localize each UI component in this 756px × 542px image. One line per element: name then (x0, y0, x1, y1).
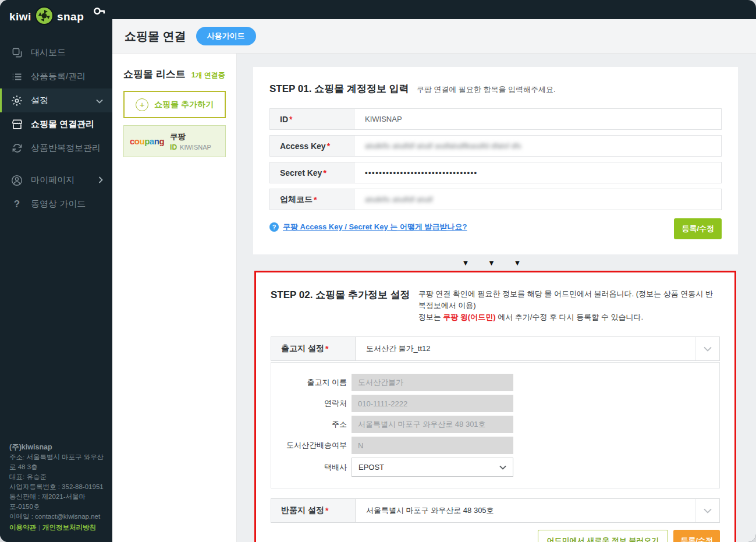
step1-card: STEP 01. 쇼핑몰 계정정보 입력 쿠팡 연결에 필요한 항목을 입력해주… (253, 67, 738, 254)
page-title: 쇼핑몰 연결 (125, 29, 186, 44)
link-separator: | (36, 524, 42, 531)
courier-value: EPOST (359, 463, 384, 472)
field-label: Secret Key* (270, 162, 354, 183)
vendor-code-input[interactable]: alsdkfls alsdfdf alsdf (354, 189, 721, 210)
connected-count-badge: 1개 연결중 (191, 70, 225, 80)
required-mark: * (325, 344, 328, 353)
address-input-disabled: 서울특별시 마포구 와우산로 48 301호 (352, 416, 513, 433)
page-header: 쇼핑몰 연결 사용가이드 (112, 19, 756, 54)
return-address-select[interactable]: 서울특별시 마포구 와우산로 48 305호 (356, 499, 719, 522)
detail-row-remote-delivery: 도서산간배송여부 N (271, 437, 719, 454)
sidebar: kiwi snap (0, 0, 112, 542)
field-row-id: ID* KIWISNAP (269, 108, 722, 130)
field-label: 업체코드* (270, 189, 354, 210)
required-mark: * (323, 168, 326, 178)
sidebar-item-mall-connection[interactable]: 쇼핑몰 연결관리 (0, 112, 112, 136)
access-key-input[interactable]: alsdkfls alsdfdf alsdf asdfalsdflkasdfd … (354, 136, 721, 156)
detail-label: 출고지 이름 (271, 377, 347, 388)
step2-desc-line2-prefix: 정보는 (418, 313, 443, 321)
terms-link[interactable]: 이용약관 (9, 524, 36, 531)
step2-submit-label: 등록/수정 (680, 536, 713, 542)
step2-desc-line1: 쿠팡 연결 확인에 필요한 정보를 해당 몰 어드민에서 불러옵니다. (정보는… (418, 289, 713, 310)
company-email: 이메일 : contact@kiwisnap.net (9, 512, 107, 522)
camera-shutter-icon (34, 6, 54, 28)
main-area: 쇼핑몰 연결 사용가이드 쇼핑몰 리스트 1개 연결중 + 쇼핑몰 추가하기 c… (112, 19, 756, 542)
dashboard-icon (10, 47, 23, 58)
step2-card-highlighted: STEP 02. 쇼핑몰 추가정보 설정 쿠팡 연결 확인에 필요한 정보를 해… (254, 271, 736, 542)
label-text: Secret Key (280, 168, 322, 178)
company-ceo: 대표: 유승준 (9, 472, 107, 482)
secret-key-input[interactable]: •••••••••••••••••••••••••••••••• (354, 162, 721, 183)
connected-mall-card-coupang[interactable]: coupang 쿠팡 IDKIWISNAP (123, 125, 226, 157)
required-mark: * (289, 115, 292, 124)
key-icon[interactable] (93, 6, 108, 16)
business-number: 사업자등록번호 : 352-88-01951 (9, 482, 107, 492)
return-address-value: 서울특별시 마포구 와우산로 48 305호 (366, 505, 494, 516)
gear-icon (10, 95, 23, 107)
chevron-down-icon (96, 95, 103, 105)
required-mark: * (314, 195, 317, 204)
refresh-icon (10, 143, 23, 154)
detail-row-contact: 연락처 010-1111-2222 (271, 395, 719, 412)
sidebar-item-products[interactable]: 상품등록/관리 (0, 65, 112, 88)
mall-id-label: ID (170, 143, 177, 151)
id-input[interactable]: KIWISNAP (354, 109, 721, 129)
detail-label: 도서산간배송여부 (271, 440, 347, 451)
sidebar-item-label: 쇼핑몰 연결관리 (31, 119, 94, 130)
return-address-row: 반품지 설정* 서울특별시 마포구 와우산로 48 305호 (271, 498, 720, 523)
privacy-link[interactable]: 개인정보처리방침 (42, 524, 96, 531)
step1-submit-button[interactable]: 등록/수정 (674, 218, 722, 239)
api-key-help-link[interactable]: 쿠팡 Access Key / Secret Key 는 어떻게 발급받나요? (283, 222, 467, 232)
field-label: Access Key* (270, 136, 354, 156)
label-text: ID (280, 115, 288, 124)
step1-description: 쿠팡 연결에 필요한 항목을 입력해주세요. (417, 84, 556, 95)
field-label: 출고지 설정* (271, 337, 356, 360)
shipping-origin-row: 출고지 설정* 도서산간 불가_tt12 (271, 336, 720, 361)
sidebar-item-label: 상품반복정보관리 (31, 143, 101, 154)
question-icon: ? (10, 199, 23, 210)
detail-row-courier: 택배사 EPOST (271, 458, 719, 477)
chevron-right-icon (98, 175, 103, 185)
sidebar-item-label: 마이페이지 (31, 175, 74, 186)
logo-text-snap: snap (57, 10, 84, 23)
sidebar-item-dashboard[interactable]: 대시보드 (0, 41, 112, 65)
sidebar-item-mypage[interactable]: 마이페이지 (0, 168, 112, 192)
sidebar-item-repeat-info[interactable]: 상품반복정보관리 (0, 136, 112, 160)
step2-submit-button[interactable]: 등록/수정 (673, 530, 720, 542)
sidebar-item-label: 설정 (31, 95, 48, 106)
step1-title: STEP 01. 쇼핑몰 계정정보 입력 (269, 82, 409, 95)
app-window: kiwi snap (0, 0, 756, 542)
sidebar-item-settings[interactable]: 설정 (0, 88, 112, 112)
origin-name-input-disabled: 도서산간불가 (352, 374, 513, 391)
chevron-down-icon (695, 337, 719, 360)
courier-select[interactable]: EPOST (352, 458, 513, 477)
required-mark: * (327, 141, 330, 151)
field-label: ID* (270, 109, 354, 129)
sidebar-item-label: 대시보드 (31, 47, 66, 58)
fetch-from-admin-button[interactable]: 어드민에서 새로운 정보 불러오기 (538, 530, 669, 542)
usage-guide-button[interactable]: 사용가이드 (196, 27, 256, 45)
sidebar-item-video-guide[interactable]: ? 동영상 가이드 (0, 192, 112, 216)
storefront-icon (10, 119, 23, 130)
detail-label: 택배사 (271, 462, 347, 473)
field-row-access-key: Access Key* alsdkfls alsdfdf alsdf asdfa… (269, 135, 722, 157)
contact-input-disabled: 010-1111-2222 (352, 395, 513, 412)
shipping-origin-value: 도서산간 불가_tt12 (366, 343, 431, 354)
step2-desc-highlight: 쿠팡 윙(어드민) (443, 313, 495, 321)
user-icon (10, 175, 23, 186)
shipping-origin-select[interactable]: 도서산간 불가_tt12 (356, 337, 719, 360)
divider-arrows-icon: ▼ ▼ ▼ (253, 254, 738, 271)
company-name: (주)kiwisnap (9, 442, 107, 452)
coupang-logo: coupang (130, 136, 164, 146)
step2-desc-line2-suffix: 에서 추가/수정 후 다시 등록할 수 있습니다. (496, 313, 644, 321)
step2-description: 쿠팡 연결 확인에 필요한 정보를 해당 몰 어드민에서 불러옵니다. (정보는… (418, 288, 720, 323)
sidebar-item-label: 동영상 가이드 (31, 199, 86, 210)
mall-list-panel: 쇼핑몰 리스트 1개 연결중 + 쇼핑몰 추가하기 coupang 쿠팡 IDK… (112, 54, 237, 542)
mall-name: 쿠팡 (170, 132, 211, 142)
field-row-vendor-code: 업체코드* alsdkfls alsdfdf alsdf (269, 189, 722, 210)
shipping-detail-box: 출고지 이름 도서산간불가 연락처 010-1111-2222 주소 서울특별시… (271, 362, 720, 488)
help-question-icon: ? (269, 222, 279, 232)
remote-delivery-input-disabled: N (352, 437, 513, 454)
label-text: Access Key (280, 141, 326, 151)
add-mall-button[interactable]: + 쇼핑몰 추가하기 (123, 91, 226, 118)
